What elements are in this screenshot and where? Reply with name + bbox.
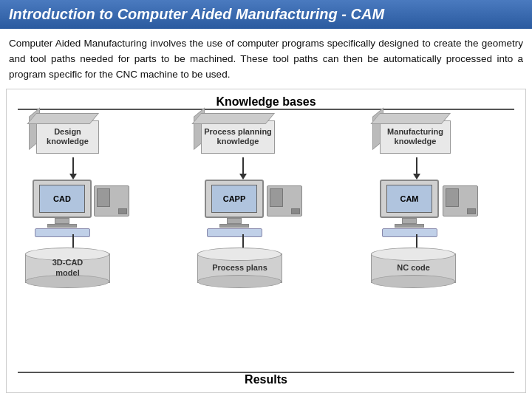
cam-monitor: CAM [380,180,439,237]
knowledge-bases-label: Knowledge bases [7,95,525,109]
diagram-inner: Knowledge bases Designknowledge [7,89,525,392]
process-output: Process plans [197,253,282,283]
arrow-1 [69,157,77,180]
tool-right [443,185,478,216]
page: Introduction to Computer Aided Manufactu… [0,0,532,399]
arrow-5 [413,157,420,180]
cad-monitor: CAD [33,180,92,237]
tool-left [94,185,129,216]
top-line [18,109,514,110]
process-knowledge-box: Process planningknowledge [194,113,282,154]
description-text: Computer Aided Manufacturing involves th… [0,29,532,89]
results-label: Results [7,373,525,386]
page-header: Introduction to Computer Aided Manufactu… [0,0,532,29]
cad-output: 3D-CADmodel [25,253,110,283]
arrow-3 [239,157,247,180]
page-title: Introduction to Computer Aided Manufactu… [9,6,384,22]
design-knowledge-box: Designknowledge [29,113,103,154]
diagram-area: Knowledge bases Designknowledge [6,89,526,393]
capp-monitor: CAPP [205,180,264,237]
tool-mid [267,185,302,216]
nc-output: NC code [371,253,456,283]
manufacturing-knowledge-box: Manufacturingknowledge [372,113,457,154]
